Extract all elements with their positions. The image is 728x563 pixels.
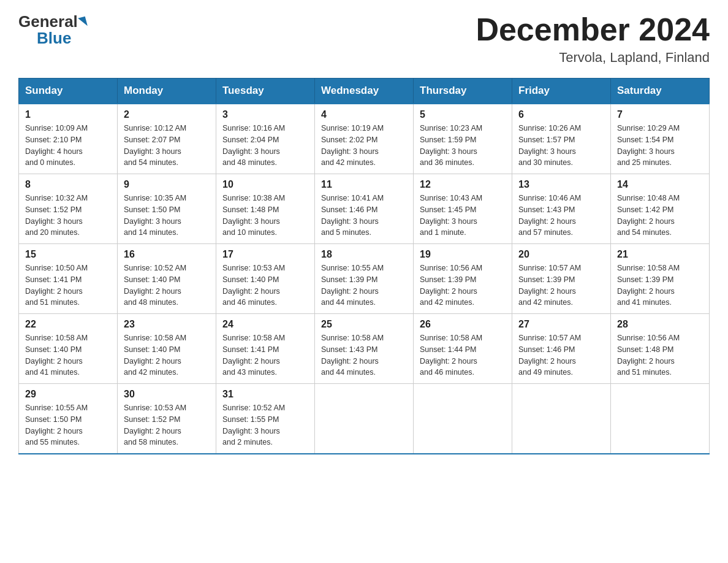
calendar-cell: 25Sunrise: 10:58 AMSunset: 1:43 PMDaylig… [315,314,414,384]
title-section: December 2024 Tervola, Lapland, Finland [476,12,710,66]
day-number: 29 [25,389,111,400]
calendar-cell: 3Sunrise: 10:16 AMSunset: 2:04 PMDayligh… [216,104,315,174]
weekday-header-thursday: Thursday [414,79,512,104]
calendar-cell: 5Sunrise: 10:23 AMSunset: 1:59 PMDayligh… [414,104,512,174]
day-info: Sunrise: 10:43 AMSunset: 1:45 PMDaylight… [420,193,506,239]
day-number: 7 [617,109,703,120]
day-number: 19 [420,249,506,260]
calendar-cell: 14Sunrise: 10:48 AMSunset: 1:42 PMDaylig… [611,174,710,244]
day-info: Sunrise: 10:09 AMSunset: 2:10 PMDaylight… [25,123,111,169]
day-info: Sunrise: 10:55 AMSunset: 1:39 PMDaylight… [321,262,407,308]
calendar-cell: 10Sunrise: 10:38 AMSunset: 1:48 PMDaylig… [216,174,315,244]
calendar-cell: 20Sunrise: 10:57 AMSunset: 1:39 PMDaylig… [512,244,611,314]
day-info: Sunrise: 10:41 AMSunset: 1:46 PMDaylight… [321,193,407,239]
day-info: Sunrise: 10:52 AMSunset: 1:55 PMDaylight… [222,402,308,448]
day-number: 28 [617,319,703,330]
calendar-cell: 24Sunrise: 10:58 AMSunset: 1:41 PMDaylig… [216,314,315,384]
calendar-week-row: 29Sunrise: 10:55 AMSunset: 1:50 PMDaylig… [19,384,710,454]
page-header: General Blue December 2024 Tervola, Lapl… [18,12,710,66]
day-info: Sunrise: 10:12 AMSunset: 2:07 PMDaylight… [124,123,210,169]
day-info: Sunrise: 10:58 AMSunset: 1:39 PMDaylight… [617,262,703,308]
day-number: 9 [124,179,210,190]
calendar-cell: 26Sunrise: 10:58 AMSunset: 1:44 PMDaylig… [414,314,512,384]
day-number: 10 [222,179,308,190]
calendar-header: SundayMondayTuesdayWednesdayThursdayFrid… [19,79,710,104]
day-number: 2 [124,109,210,120]
calendar-cell: 1Sunrise: 10:09 AMSunset: 2:10 PMDayligh… [19,104,118,174]
day-info: Sunrise: 10:16 AMSunset: 2:04 PMDaylight… [222,123,308,169]
calendar-cell [611,384,710,454]
calendar-cell: 28Sunrise: 10:56 AMSunset: 1:48 PMDaylig… [611,314,710,384]
calendar-week-row: 15Sunrise: 10:50 AMSunset: 1:41 PMDaylig… [19,244,710,314]
logo-blue-text: Blue [37,29,71,48]
calendar-cell: 19Sunrise: 10:56 AMSunset: 1:39 PMDaylig… [414,244,512,314]
calendar-week-row: 22Sunrise: 10:58 AMSunset: 1:40 PMDaylig… [19,314,710,384]
day-number: 18 [321,249,407,260]
calendar-cell: 8Sunrise: 10:32 AMSunset: 1:52 PMDayligh… [19,174,118,244]
calendar-cell: 13Sunrise: 10:46 AMSunset: 1:43 PMDaylig… [512,174,611,244]
day-info: Sunrise: 10:57 AMSunset: 1:39 PMDaylight… [518,262,604,308]
day-number: 11 [321,179,407,190]
calendar-cell: 6Sunrise: 10:26 AMSunset: 1:57 PMDayligh… [512,104,611,174]
calendar-cell: 31Sunrise: 10:52 AMSunset: 1:55 PMDaylig… [216,384,315,454]
day-number: 5 [420,109,506,120]
day-info: Sunrise: 10:57 AMSunset: 1:46 PMDaylight… [518,332,604,378]
day-number: 14 [617,179,703,190]
calendar-cell: 21Sunrise: 10:58 AMSunset: 1:39 PMDaylig… [611,244,710,314]
day-number: 27 [518,319,604,330]
day-info: Sunrise: 10:29 AMSunset: 1:54 PMDaylight… [617,123,703,169]
day-number: 16 [124,249,210,260]
calendar-cell: 22Sunrise: 10:58 AMSunset: 1:40 PMDaylig… [19,314,118,384]
day-number: 26 [420,319,506,330]
day-info: Sunrise: 10:58 AMSunset: 1:40 PMDaylight… [25,332,111,378]
day-info: Sunrise: 10:53 AMSunset: 1:52 PMDaylight… [124,402,210,448]
day-info: Sunrise: 10:19 AMSunset: 2:02 PMDaylight… [321,123,407,169]
day-number: 13 [518,179,604,190]
day-info: Sunrise: 10:48 AMSunset: 1:42 PMDaylight… [617,193,703,239]
calendar-cell: 7Sunrise: 10:29 AMSunset: 1:54 PMDayligh… [611,104,710,174]
calendar-cell: 16Sunrise: 10:52 AMSunset: 1:40 PMDaylig… [118,244,216,314]
calendar-table: SundayMondayTuesdayWednesdayThursdayFrid… [18,78,710,454]
calendar-cell: 30Sunrise: 10:53 AMSunset: 1:52 PMDaylig… [118,384,216,454]
weekday-header-wednesday: Wednesday [315,79,414,104]
weekday-header-friday: Friday [512,79,611,104]
day-info: Sunrise: 10:23 AMSunset: 1:59 PMDaylight… [420,123,506,169]
calendar-week-row: 8Sunrise: 10:32 AMSunset: 1:52 PMDayligh… [19,174,710,244]
day-number: 3 [222,109,308,120]
day-info: Sunrise: 10:58 AMSunset: 1:40 PMDaylight… [124,332,210,378]
calendar-cell: 17Sunrise: 10:53 AMSunset: 1:40 PMDaylig… [216,244,315,314]
day-number: 12 [420,179,506,190]
day-info: Sunrise: 10:50 AMSunset: 1:41 PMDaylight… [25,262,111,308]
day-number: 15 [25,249,111,260]
day-info: Sunrise: 10:56 AMSunset: 1:39 PMDaylight… [420,262,506,308]
day-number: 17 [222,249,308,260]
month-title: December 2024 [476,12,710,47]
calendar-cell: 11Sunrise: 10:41 AMSunset: 1:46 PMDaylig… [315,174,414,244]
day-number: 4 [321,109,407,120]
logo: General Blue [18,12,88,48]
day-number: 30 [124,389,210,400]
calendar-cell: 27Sunrise: 10:57 AMSunset: 1:46 PMDaylig… [512,314,611,384]
calendar-cell: 29Sunrise: 10:55 AMSunset: 1:50 PMDaylig… [19,384,118,454]
calendar-cell: 4Sunrise: 10:19 AMSunset: 2:02 PMDayligh… [315,104,414,174]
day-number: 8 [25,179,111,190]
calendar-cell: 12Sunrise: 10:43 AMSunset: 1:45 PMDaylig… [414,174,512,244]
calendar-cell [512,384,611,454]
weekday-header-saturday: Saturday [611,79,710,104]
calendar-body: 1Sunrise: 10:09 AMSunset: 2:10 PMDayligh… [19,104,710,454]
day-info: Sunrise: 10:58 AMSunset: 1:41 PMDaylight… [222,332,308,378]
day-info: Sunrise: 10:55 AMSunset: 1:50 PMDaylight… [25,402,111,448]
calendar-cell: 23Sunrise: 10:58 AMSunset: 1:40 PMDaylig… [118,314,216,384]
day-info: Sunrise: 10:26 AMSunset: 1:57 PMDaylight… [518,123,604,169]
calendar-cell: 15Sunrise: 10:50 AMSunset: 1:41 PMDaylig… [19,244,118,314]
location-title: Tervola, Lapland, Finland [476,50,710,66]
weekday-header-sunday: Sunday [19,79,118,104]
day-number: 24 [222,319,308,330]
weekday-header-monday: Monday [118,79,216,104]
day-info: Sunrise: 10:32 AMSunset: 1:52 PMDaylight… [25,193,111,239]
day-info: Sunrise: 10:46 AMSunset: 1:43 PMDaylight… [518,193,604,239]
day-number: 1 [25,109,111,120]
day-info: Sunrise: 10:38 AMSunset: 1:48 PMDaylight… [222,193,308,239]
calendar-cell: 2Sunrise: 10:12 AMSunset: 2:07 PMDayligh… [118,104,216,174]
day-info: Sunrise: 10:58 AMSunset: 1:44 PMDaylight… [420,332,506,378]
